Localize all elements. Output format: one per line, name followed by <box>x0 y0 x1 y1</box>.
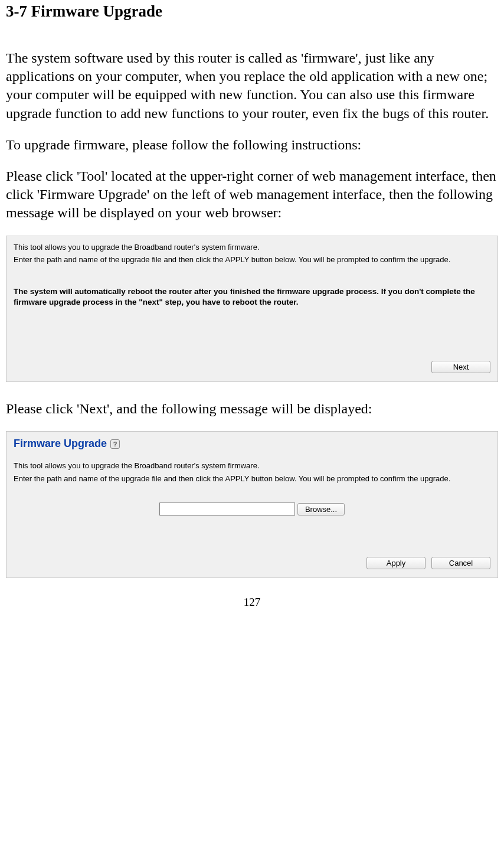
intro-paragraph: The system software used by this router … <box>6 49 498 123</box>
browse-button[interactable]: Browse... <box>297 503 345 516</box>
panel1-line1: This tool allows you to upgrade the Broa… <box>14 242 490 253</box>
cancel-button[interactable]: Cancel <box>431 557 490 569</box>
next-button[interactable]: Next <box>431 361 490 373</box>
panel2-line2: Enter the path and name of the upgrade f… <box>14 474 490 484</box>
panel1-line2: Enter the path and name of the upgrade f… <box>14 255 490 265</box>
panel1-button-row: Next <box>14 361 490 373</box>
panel2-title: Firmware Upgrade <box>14 438 107 450</box>
file-chooser-row: Browse... <box>14 503 490 516</box>
page-number: 127 <box>6 596 498 609</box>
panel2-button-row: Apply Cancel <box>14 557 490 569</box>
help-icon[interactable]: ? <box>110 439 120 449</box>
upgrade-file-input[interactable] <box>159 503 295 516</box>
apply-button[interactable]: Apply <box>366 557 426 569</box>
panel2-line1: This tool allows you to upgrade the Broa… <box>14 461 490 471</box>
section-heading: 3-7 Firmware Upgrade <box>6 2 498 21</box>
firmware-panel-step1: This tool allows you to upgrade the Broa… <box>6 236 498 383</box>
panel2-title-row: Firmware Upgrade ? <box>14 438 490 450</box>
next-paragraph: Please click 'Next', and the following m… <box>6 400 498 418</box>
panel1-warning: The system will automatically reboot the… <box>14 286 490 308</box>
instruction-lead: To upgrade firmware, please follow the f… <box>6 136 498 154</box>
instruction-paragraph: Please click 'Tool' located at the upper… <box>6 167 498 223</box>
firmware-panel-step2: Firmware Upgrade ? This tool allows you … <box>6 431 498 578</box>
